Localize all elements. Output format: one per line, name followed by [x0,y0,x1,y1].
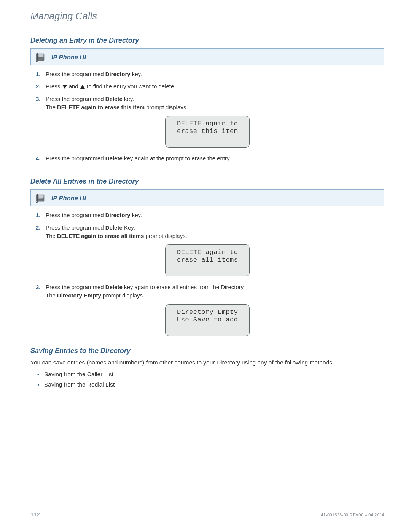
ip-phone-ui-box: IP Phone UI [30,48,384,65]
page-footer: 112 41-001523-00 REV00 – 04.2014 [30,511,384,518]
step: Press the programmed Delete key again at… [36,155,384,162]
step-sub: The Directory Empty prompt displays. [46,292,384,299]
step-sub: The DELETE again to erase all items prom… [46,232,384,240]
step: Press the programmed Delete Key. The DEL… [36,224,384,240]
lcd-screen-wrap: DELETE again to erase this item [30,116,384,148]
lcd-screen: DELETE again to erase all items [165,244,250,276]
step: Press the programmed Delete key. The DEL… [36,95,384,112]
doc-revision: 41-001523-00 REV00 – 04.2014 [321,513,384,517]
arrow-down-icon [62,85,67,89]
step: Press the programmed Directory key. [36,70,384,78]
arrow-up-icon [80,85,85,89]
steps-delete-all: Press the programmed Directory key. Pres… [36,211,384,240]
lcd-screen-wrap: Directory Empty Use Save to add [30,304,384,336]
steps-delete-entry-cont: Press the programmed Delete key again at… [36,155,384,162]
section-heading-delete-all: Delete All Entries in the Directory [30,177,384,185]
step: Press the programmed Directory key. [36,211,384,219]
page-number: 112 [30,511,40,518]
step: Press the programmed Delete key again to… [36,283,384,300]
ip-phone-ui-box: IP Phone UI [30,189,384,206]
step: Press and to find the entry you want to … [36,83,384,90]
divider [30,26,384,26]
section-heading-saving: Saving Entries to the Directory [30,347,384,355]
steps-delete-entry: Press the programmed Directory key. Pres… [36,70,384,111]
lcd-screen-wrap: DELETE again to erase all items [30,244,384,276]
list-item: Saving from the Redial List [36,380,384,389]
ip-phone-icon [35,192,46,204]
saving-methods-list: Saving from the Caller List Saving from … [36,370,384,389]
step-sub: The DELETE again to erase this item prom… [46,104,384,111]
steps-delete-all-cont: Press the programmed Delete key again to… [36,283,384,300]
ip-phone-icon [35,51,46,63]
saving-intro: You can save entries (names and numbers)… [30,359,384,367]
lcd-screen: DELETE again to erase this item [165,116,250,148]
list-item: Saving from the Caller List [36,370,384,379]
ip-phone-ui-label: IP Phone UI [51,54,86,61]
lcd-screen: Directory Empty Use Save to add [165,304,250,336]
ip-phone-ui-label: IP Phone UI [51,195,86,202]
chapter-title: Managing Calls [30,11,384,22]
section-heading-delete-entry: Deleting an Entry in the Directory [30,37,384,45]
